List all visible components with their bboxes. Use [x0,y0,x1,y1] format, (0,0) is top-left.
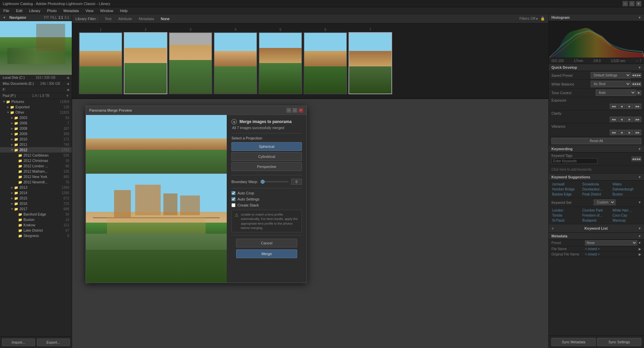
thumb-frame-4[interactable] [214,32,257,94]
folder-pictures[interactable]: ▼ 📁 Pictures 11959 [0,99,72,104]
menu-metadata[interactable]: Metadata [62,9,80,13]
menu-file[interactable]: File [2,9,11,13]
create-stack-checkbox[interactable] [231,203,235,207]
quick-develop-collapse-icon[interactable]: ▼ [638,66,641,69]
keyword-set-arrow[interactable]: ▼ [638,200,641,204]
merge-button[interactable]: Merge [236,249,297,258]
navigator-collapse-icon[interactable]: ▼ [3,16,6,19]
kw-set-warscop[interactable]: Warscop [612,218,641,223]
keyword-tags-prev-button[interactable]: ◀◀ [632,157,636,161]
import-button[interactable]: Import... [2,339,35,346]
disk-e-arrow[interactable]: ◀ [66,82,69,85]
exposure-up-1-button[interactable]: ▶ [626,104,633,109]
kw-set-coco-cay[interactable]: Coco Cay [612,213,641,218]
keyword-suggestions-collapse-icon[interactable]: ▼ [638,175,641,179]
thumb-frame-7[interactable] [348,32,392,94]
projection-spherical-button[interactable]: Spherical [231,142,302,151]
histogram-collapse-icon[interactable]: ▼ [638,16,641,19]
auto-crop-checkbox[interactable] [231,191,235,195]
filter-attribute[interactable]: Attribute [117,16,133,21]
dialog-close-button[interactable]: ✕ [299,108,303,113]
kw-sugg-snowdonia[interactable]: Snowdonia [582,182,611,186]
kw-sugg-humber-bridge[interactable]: Humber Bridge [551,187,581,191]
metadata-preset-arrow[interactable]: ▼ [638,241,641,245]
kw-set-clumber[interactable]: Clumber Park [582,208,611,213]
clarity-down-2-button[interactable]: ◀◀ [610,117,617,122]
boundary-warp-value[interactable]: 0 [291,179,302,185]
kw-set-london[interactable]: London [551,208,581,213]
maximize-button[interactable]: □ [629,1,635,6]
folder-buxton[interactable]: ▶ 📁 Buxton 13 [0,217,72,222]
folder-2013[interactable]: ▶ 📁 2013 1359 [0,185,72,190]
zoom-3-1[interactable]: 3:1 [64,16,69,19]
keywording-collapse-icon[interactable]: ▼ [638,147,641,151]
menu-library[interactable]: Library [28,9,42,13]
kw-sugg-cornwall[interactable]: cornwall [551,182,581,186]
keyword-tags-input[interactable] [551,158,597,164]
sync-metadata-button[interactable]: Sync Metadata [551,338,596,346]
kw-set-budapest[interactable]: Budapest [582,218,611,223]
exposure-down-1-button[interactable]: ◀ [618,104,625,109]
dialog-minimize-button[interactable]: ─ [286,108,291,113]
kw-set-st-pauls[interactable]: St Pauls [551,218,581,223]
zoom-fit[interactable]: FIT [44,16,49,19]
projection-cylindrical-button[interactable]: Cylindrical [231,152,302,161]
metadata-original-arrow[interactable]: ▶ [639,252,641,256]
cancel-button[interactable]: Cancel [236,239,297,247]
kw-set-tortola[interactable]: Tortola [551,213,581,218]
exposure-down-2-button[interactable]: ◀◀ [610,104,617,109]
metadata-preset-select[interactable]: None [585,240,637,245]
keyword-set-select[interactable]: Custom [594,199,615,205]
folder-2012-newmill[interactable]: ▶ 📁 2012 Newmill... 76 [0,179,72,185]
folder-krakow[interactable]: ▶ 📁 Krakow 121 [0,222,72,228]
keyword-click-hint[interactable]: Click here to add keywords [549,166,644,174]
vibrance-down-1-button[interactable]: ◀ [618,130,625,135]
thumb-frame-5[interactable] [259,32,302,94]
disk-c-arrow[interactable]: ◀ [66,76,69,79]
clarity-up-2-button[interactable]: ▶▶ [634,117,641,122]
folder-skegness[interactable]: ▶ 📁 Skegness 9 [0,233,72,238]
reset-all-button[interactable]: Reset All [551,138,641,144]
thumb-frame-3[interactable] [169,32,212,94]
menu-window[interactable]: Window [99,9,115,13]
thumb-frame-1[interactable] [79,32,122,94]
sync-settings-button[interactable]: Sync Settings [597,338,641,346]
kw-sugg-buxton[interactable]: Buxton [612,192,641,196]
kw-sugg-baslow-edge[interactable]: Baslow Edge [551,192,581,196]
folder-exported[interactable]: ▶ 📁 Exported 130 [0,104,72,110]
white-balance-select[interactable]: As Shot [591,81,631,87]
thumb-frame-2[interactable] [124,32,167,94]
metadata-filename-arrow[interactable]: ▶ [639,247,641,251]
boundary-warp-slider[interactable] [261,181,288,182]
menu-photo[interactable]: Photo [46,9,58,13]
kw-sugg-peak-district[interactable]: Peak District [582,192,611,196]
vibrance-up-1-button[interactable]: ▶ [626,130,633,135]
metadata-collapse-icon[interactable]: ▼ [638,234,641,238]
folder-2014[interactable]: ▶ 📁 2014 1266 [0,190,72,195]
keyword-add-button[interactable]: + [551,226,554,231]
folder-2010[interactable]: ▶ 📁 2010 171 [0,136,72,142]
saved-preset-next-button[interactable]: ▶▶ [637,73,641,78]
kw-sugg-dahstanburgh[interactable]: Dahstanburgh [612,187,641,191]
folder-2006[interactable]: ▶ 📁 2006 7 [0,120,72,126]
folder-2017[interactable]: ▼ 📁 2017 688 [0,206,72,212]
folder-2009[interactable]: ▶ 📁 2009 369 [0,131,72,136]
menu-edit[interactable]: Edit [15,9,24,13]
disk-f-arrow[interactable]: ◀ [66,88,69,92]
metadata-filename-value[interactable]: < mixed > [585,247,639,251]
folder-2012-malham[interactable]: ▶ 📁 2012 Malham... 135 [0,169,72,174]
folder-2012-christmas[interactable]: ▶ 📁 2012 Christmas 18 [0,158,72,163]
close-button[interactable]: ✕ [636,1,641,6]
wb-prev-button[interactable]: ◀◀ [632,82,636,86]
filter-metadata[interactable]: Metadata [137,16,155,21]
folder-2015[interactable]: ▶ 📁 2015 672 [0,195,72,201]
keyword-tags-next-button[interactable]: ▶▶ [637,157,641,161]
projection-perspective-button[interactable]: Perspective [231,162,302,171]
clarity-up-1-button[interactable]: ▶ [626,117,633,122]
zoom-fill[interactable]: FILL [50,16,57,19]
folder-2016[interactable]: ▶ 📁 2016 715 [0,201,72,206]
filter-text[interactable]: Text [103,16,113,21]
folder-2003[interactable]: ▶ 📁 2003 54 [0,115,72,120]
keyword-list-collapse-icon[interactable]: ▼ [638,227,641,230]
filter-none[interactable]: None [159,16,171,21]
